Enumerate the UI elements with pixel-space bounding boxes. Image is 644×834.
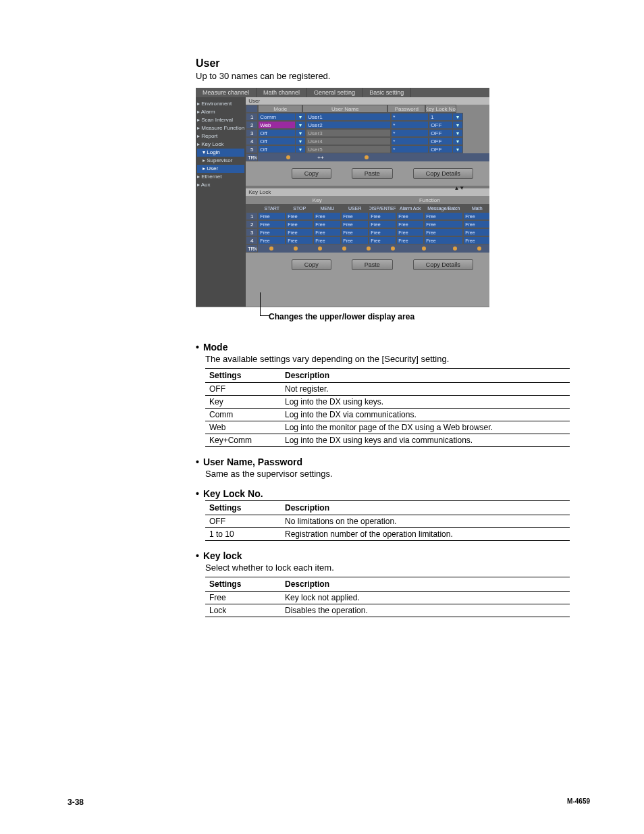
tab-math-channel[interactable]: Math channel (257, 88, 307, 97)
paste-button[interactable]: Paste (352, 168, 393, 179)
col-keylockno: Key Lock No. (425, 105, 456, 113)
copy-button[interactable]: Copy (292, 259, 331, 270)
col-group-function: Function (377, 196, 481, 204)
tree-measure-function[interactable]: ▸ Measure Function (197, 124, 244, 132)
keylock-no-table: SettingsDescription OFFNo limitations on… (205, 500, 570, 541)
user-row[interactable]: 3 Off▾ User3 * OFF▾ (246, 129, 489, 137)
tab-basic-setting[interactable]: Basic setting (363, 88, 411, 97)
keylock-row[interactable]: 4 FreeFreeFreeFreeFreeFreeFreeFreeFree (246, 236, 489, 244)
col-group-key: Key (257, 196, 377, 204)
chevron-down-icon[interactable]: ▾ (453, 129, 463, 137)
tree-aux[interactable]: ▸ Aux (197, 181, 244, 189)
user-row[interactable]: 5 Off▾ User5 * OFF▾ (246, 145, 489, 153)
tree-environment[interactable]: ▸ Environment (197, 100, 244, 108)
lower-panel-label: Key Lock (246, 188, 489, 196)
chevron-down-icon[interactable]: ▾ (453, 137, 463, 145)
copy-details-button[interactable]: Copy Details (413, 259, 473, 270)
col-username: User Name (302, 105, 387, 113)
col-password: Password (387, 105, 425, 113)
keylock-row[interactable]: 2 FreeFreeFreeFreeFreeFreeFreeFreeFree (246, 220, 489, 228)
tree-user[interactable]: ▸ User (197, 165, 244, 173)
tree-supervisor[interactable]: ▸ Supervisor (197, 157, 244, 165)
chevron-down-icon[interactable]: ▾ (453, 121, 463, 129)
keylock-row[interactable]: 3 FreeFreeFreeFreeFreeFreeFreeFreeFree (246, 228, 489, 236)
copy-details-button[interactable]: Copy Details (413, 168, 473, 179)
page-number: 3-38 (68, 798, 84, 807)
user-grid: Mode User Name Password Key Lock No. 1 C… (246, 105, 489, 161)
copy-button[interactable]: Copy (292, 168, 331, 179)
config-window-screenshot: Measure channel Math channel General set… (196, 88, 489, 307)
keylock-table: SettingsDescription FreeKey lock not app… (205, 577, 570, 617)
tab-measure-channel[interactable]: Measure channel (196, 88, 257, 97)
section-subtitle: Up to 30 names can be registered. (196, 71, 590, 81)
subsection-username-password: •User Name, Password (196, 457, 590, 467)
subsection-mode: •Mode (196, 342, 590, 353)
mode-table: SettingsDescription OFFNot register. Key… (205, 368, 570, 447)
tree-key-lock[interactable]: ▸ Key Lock (197, 140, 244, 149)
keylock-description: Select whether to lock each item. (205, 563, 590, 573)
document-id: M-4659 (567, 798, 590, 807)
chevron-down-icon[interactable]: ▾ (453, 113, 463, 121)
user-row[interactable]: 2 Web▾ User2 * OFF▾ (246, 121, 489, 129)
chevron-down-icon[interactable]: ▾ (296, 145, 306, 153)
tree-ethernet[interactable]: ▸ Ethernet (197, 173, 244, 181)
chevron-down-icon[interactable]: ▾ (296, 129, 306, 137)
callout-annotation: Changes the upper/lower display area (269, 311, 590, 321)
chevron-down-icon[interactable]: ▾ (296, 121, 306, 129)
nav-tree[interactable]: ▸ Environment ▸ Alarm ▸ Scan Interval ▸ … (196, 97, 246, 307)
subsection-keylock-no: •Key Lock No. (196, 488, 590, 499)
tab-general-setting[interactable]: General setting (307, 88, 363, 97)
splitter-handle[interactable]: ▲▼ (246, 186, 489, 188)
user-row[interactable]: 4 Off▾ User4 * OFF▾ (246, 137, 489, 145)
tree-scan-interval[interactable]: ▸ Scan Interval (197, 116, 244, 124)
chevron-down-icon[interactable]: ▾ (296, 137, 306, 145)
chevron-down-icon[interactable]: ▾ (453, 145, 463, 153)
paste-button[interactable]: Paste (352, 259, 393, 270)
tree-report[interactable]: ▸ Report (197, 132, 244, 140)
user-row[interactable]: 1 Comm▾ User1 * 1▾ (246, 113, 489, 121)
subsection-keylock: •Key lock (196, 550, 590, 561)
section-heading: User (196, 57, 590, 70)
upper-panel-label: User (246, 97, 489, 105)
mode-description: The available settings vary depending on… (205, 354, 590, 364)
username-password-description: Same as the supervisor settings. (205, 469, 590, 479)
chevron-down-icon[interactable]: ▾ (296, 113, 306, 121)
tree-login[interactable]: ▾ Login (197, 149, 244, 157)
col-mode: Mode (258, 105, 302, 113)
tree-alarm[interactable]: ▸ Alarm (197, 108, 244, 116)
keylock-row[interactable]: 1 FreeFreeFreeFreeFreeFreeFreeFreeFree (246, 212, 489, 220)
